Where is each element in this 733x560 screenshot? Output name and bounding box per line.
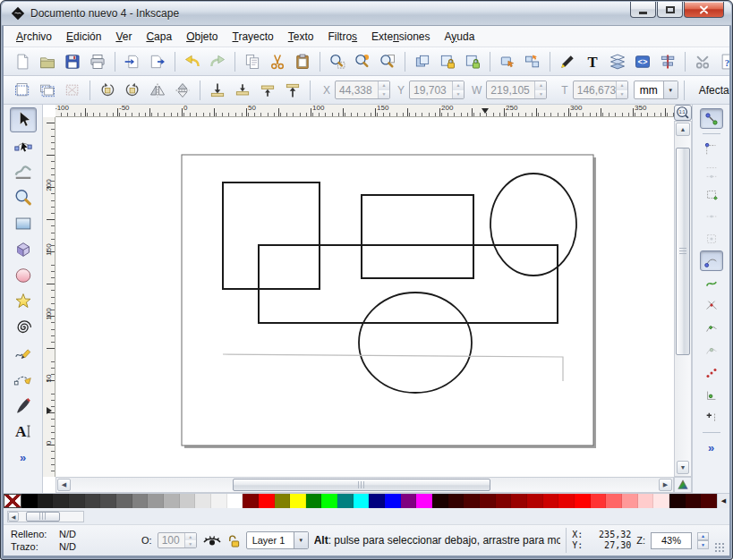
zoom-page-button[interactable]	[376, 50, 399, 73]
scroll-down-button[interactable]: ▼	[677, 461, 689, 474]
open-button[interactable]	[36, 50, 59, 73]
ellipse-tool[interactable]	[10, 263, 37, 288]
y-input[interactable]: 19,703▲▼	[409, 81, 465, 99]
horizontal-scroll-thumb[interactable]	[233, 479, 490, 491]
menu-item-extensiones[interactable]: Extensiones	[364, 28, 437, 46]
palette-swatch[interactable]	[432, 494, 448, 508]
menu-item-trayecto[interactable]: Trayecto	[226, 28, 281, 46]
palette-scroll-left-button[interactable]: ◀	[8, 512, 19, 522]
palette-swatch[interactable]	[686, 494, 702, 508]
palette-swatch[interactable]	[496, 494, 512, 508]
box3d-tool[interactable]	[10, 237, 37, 262]
unit-select[interactable]: mm▼	[634, 81, 678, 99]
toolbox-overflow[interactable]: »	[10, 445, 37, 470]
opacity-spinner[interactable]: ▲▼	[184, 533, 196, 547]
y-spinner[interactable]: ▲▼	[452, 81, 464, 98]
select-all-layers-button[interactable]	[36, 79, 59, 102]
menu-item-objeto[interactable]: Objeto	[179, 28, 225, 46]
zoom-drawing-button[interactable]	[351, 50, 374, 73]
palette-swatch[interactable]	[448, 494, 465, 508]
width-input[interactable]: 219,105▲▼	[486, 81, 547, 99]
menu-item-ayuda[interactable]: Ayuda	[438, 28, 482, 46]
layers-dialog-button[interactable]	[606, 50, 629, 73]
layer-visibility-icon[interactable]	[202, 533, 222, 547]
undo-button[interactable]	[181, 50, 204, 73]
zoom-corner-button[interactable]: 1:1	[674, 105, 692, 121]
palette-swatch[interactable]	[543, 494, 559, 508]
layer-select[interactable]: Layer 1▼	[246, 531, 309, 549]
ungroup-button[interactable]	[521, 50, 544, 73]
flip-horizontal-button[interactable]	[146, 79, 169, 102]
palette-scroll-arrow[interactable]: ◀	[717, 494, 729, 508]
palette-swatch[interactable]	[385, 494, 401, 508]
menu-item-texto[interactable]: Texto	[281, 28, 321, 46]
palette-swatch[interactable]	[148, 494, 164, 508]
height-input[interactable]: 146,673▲▼	[573, 81, 628, 99]
stroke-value[interactable]: N/D	[59, 541, 76, 553]
document-properties-button[interactable]	[716, 50, 729, 73]
save-button[interactable]	[61, 50, 84, 73]
paste-button[interactable]	[291, 50, 314, 73]
select-all-button[interactable]	[11, 79, 34, 102]
snapbar-overflow[interactable]: »	[700, 437, 723, 458]
pen-tool[interactable]	[10, 367, 37, 392]
snap-midpoints-button[interactable]	[700, 362, 723, 383]
group-button[interactable]	[496, 50, 519, 73]
fill-value[interactable]: N/D	[59, 529, 76, 540]
canvas[interactable]	[55, 117, 674, 477]
horizontal-scrollbar[interactable]: ◀ ▶	[55, 477, 674, 493]
palette-swatch[interactable]	[69, 494, 85, 508]
vertical-scroll-thumb[interactable]	[676, 148, 690, 355]
lower-button[interactable]	[231, 79, 254, 102]
palette-scroll-thumb[interactable]	[26, 512, 60, 522]
snap-master-toggle[interactable]	[700, 108, 723, 129]
lower-to-bottom-button[interactable]	[206, 79, 229, 102]
menu-item-ver[interactable]: Ver	[108, 28, 139, 46]
scroll-left-button[interactable]: ◀	[57, 479, 71, 491]
raise-to-top-button[interactable]	[281, 79, 304, 102]
palette-scrollbar[interactable]: ◀	[7, 511, 84, 522]
redo-button[interactable]	[206, 50, 229, 73]
palette-swatch[interactable]	[416, 494, 432, 508]
palette-swatch[interactable]	[243, 494, 259, 508]
snap-bbox-corners-button[interactable]	[700, 183, 723, 204]
duplicate-button[interactable]	[411, 50, 434, 73]
selector-tool[interactable]	[10, 107, 37, 132]
menu-item-edicion[interactable]: Edición	[59, 28, 108, 46]
zoom-input[interactable]: 43%	[651, 532, 692, 549]
pencil-tool[interactable]	[10, 341, 37, 366]
vertical-ruler[interactable]: 200150100500	[43, 117, 55, 477]
snap-bbox-button[interactable]	[700, 139, 723, 159]
palette-swatch[interactable]	[606, 494, 622, 508]
minimize-button[interactable]	[630, 2, 656, 18]
palette-swatch[interactable]	[653, 494, 669, 508]
flip-vertical-button[interactable]	[171, 79, 194, 102]
unlink-clone-button[interactable]	[461, 50, 484, 73]
palette-swatch[interactable]	[275, 494, 291, 508]
snap-cusp-nodes-button[interactable]	[700, 318, 723, 338]
copy-button[interactable]	[241, 50, 264, 73]
color-managed-view-button[interactable]	[674, 477, 692, 493]
text-dialog-button[interactable]	[581, 50, 604, 73]
new-document-button[interactable]	[11, 50, 34, 73]
star-tool[interactable]	[10, 289, 37, 314]
create-clone-button[interactable]	[436, 50, 459, 73]
width-spinner[interactable]: ▲▼	[534, 81, 546, 98]
close-button[interactable]	[684, 2, 724, 18]
palette-swatch[interactable]	[259, 494, 275, 508]
palette-swatch[interactable]	[622, 494, 638, 508]
palette-swatch[interactable]	[116, 494, 132, 508]
calligraphy-tool[interactable]	[10, 393, 37, 418]
snap-nodes-toggle[interactable]	[700, 250, 723, 271]
export-button[interactable]	[146, 50, 169, 73]
rotate-cw-button[interactable]	[121, 79, 144, 102]
xml-editor-button[interactable]	[631, 50, 654, 73]
text-tool[interactable]	[10, 419, 37, 444]
palette-swatch[interactable]	[511, 494, 527, 508]
palette-swatch[interactable]	[53, 494, 69, 508]
import-button[interactable]	[121, 50, 144, 73]
rotate-ccw-button[interactable]	[96, 79, 119, 102]
palette-swatch[interactable]	[21, 494, 38, 508]
scroll-up-button[interactable]: ▲	[676, 123, 690, 136]
palette-swatch[interactable]	[354, 494, 370, 508]
